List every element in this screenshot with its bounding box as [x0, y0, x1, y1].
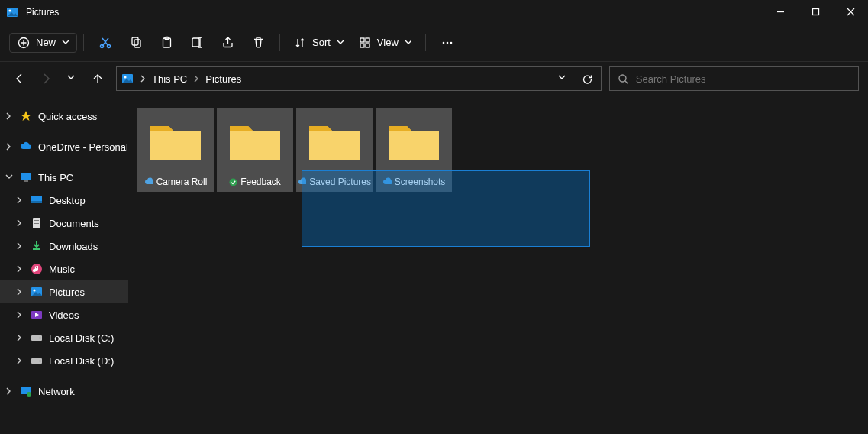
- folder-icon: [376, 108, 452, 173]
- cloud-status-icon: [144, 177, 153, 186]
- selection-marquee: [302, 170, 590, 247]
- music-icon: [31, 263, 43, 275]
- tree-music[interactable]: Music: [0, 257, 128, 280]
- svg-rect-27: [192, 38, 199, 47]
- toolbar-separator: [83, 34, 84, 51]
- copy-button[interactable]: [121, 31, 151, 53]
- chevron-right-icon: [15, 288, 24, 296]
- chevron-right-icon: [15, 196, 24, 204]
- svg-rect-19: [812, 9, 818, 15]
- new-button[interactable]: New: [9, 33, 77, 53]
- toolbar: New Sort View: [0, 24, 868, 62]
- rename-button[interactable]: [182, 31, 212, 53]
- breadcrumb-this-pc[interactable]: This PC: [152, 73, 187, 85]
- folder-item[interactable]: Camera Roll: [137, 108, 214, 192]
- tree-pictures[interactable]: Pictures: [0, 280, 128, 303]
- folder-label: Camera Roll: [137, 173, 214, 192]
- forward-button[interactable]: [35, 68, 56, 89]
- tree-videos[interactable]: Videos: [0, 303, 128, 326]
- pictures-icon: [31, 286, 43, 298]
- tree-documents[interactable]: Documents: [0, 212, 128, 235]
- svg-point-34: [450, 41, 453, 44]
- title-bar: Pictures: [0, 0, 868, 24]
- cut-icon: [98, 36, 112, 50]
- chevron-right-icon: [15, 242, 24, 250]
- synced-icon: [229, 178, 237, 186]
- tree-local-d[interactable]: Local Disk (D:): [0, 349, 128, 372]
- chevron-right-icon: [15, 357, 24, 364]
- cut-button[interactable]: [90, 31, 121, 54]
- svg-point-32: [443, 41, 445, 44]
- maximize-button[interactable]: [798, 0, 833, 24]
- chevron-right-icon: [5, 387, 14, 395]
- delete-icon: [252, 36, 265, 49]
- document-icon: [31, 217, 43, 229]
- tree-onedrive[interactable]: OneDrive - Personal: [0, 135, 128, 158]
- chevron-right-icon: [15, 265, 24, 273]
- up-button[interactable]: [87, 68, 108, 89]
- recent-button[interactable]: [61, 68, 82, 89]
- new-label: New: [36, 37, 56, 48]
- svg-point-35: [619, 75, 626, 82]
- star-icon: [20, 110, 32, 122]
- tree-quick-access[interactable]: Quick access: [0, 105, 128, 128]
- drive-icon: [31, 355, 43, 367]
- delete-button[interactable]: [243, 31, 273, 53]
- monitor-icon: [20, 171, 32, 183]
- tree-downloads[interactable]: Downloads: [0, 235, 128, 257]
- chevron-down-icon: [405, 39, 411, 46]
- search-icon: [618, 73, 628, 85]
- tree-local-c[interactable]: Local Disk (C:): [0, 326, 128, 349]
- folder-icon: [217, 108, 293, 173]
- chevron-right-icon: [193, 75, 199, 83]
- refresh-button[interactable]: [578, 73, 596, 85]
- navigation-tree: Quick access OneDrive - Personal This PC…: [0, 96, 128, 434]
- share-icon: [221, 36, 234, 49]
- content-area[interactable]: Camera RollFeedbackSaved PicturesScreens…: [128, 96, 868, 434]
- svg-point-33: [447, 41, 449, 44]
- chevron-down-icon: [62, 39, 69, 46]
- close-button[interactable]: [833, 0, 868, 24]
- location-icon: [121, 73, 134, 85]
- sort-label: Sort: [312, 37, 331, 48]
- chevron-right-icon: [15, 334, 24, 342]
- rename-icon: [191, 36, 204, 49]
- network-icon: [20, 385, 32, 397]
- plus-circle-icon: [18, 37, 30, 49]
- pictures-app-icon: [6, 6, 18, 18]
- address-dropdown-button[interactable]: [553, 74, 572, 83]
- share-button[interactable]: [212, 31, 243, 53]
- svg-point-22: [108, 44, 111, 47]
- paste-button[interactable]: [151, 31, 182, 53]
- chevron-right-icon: [15, 311, 24, 319]
- desktop-icon: [31, 194, 43, 206]
- address-row: This PC Pictures: [0, 62, 868, 96]
- breadcrumb-pictures[interactable]: Pictures: [205, 73, 241, 85]
- more-button[interactable]: [432, 32, 463, 53]
- folder-icon: [137, 108, 214, 173]
- sort-icon: [294, 37, 306, 49]
- tree-network[interactable]: Network: [0, 380, 128, 403]
- view-label: View: [377, 37, 399, 48]
- sort-button[interactable]: Sort: [286, 32, 351, 53]
- svg-rect-30: [360, 44, 364, 47]
- folder-item[interactable]: Feedback: [217, 108, 293, 192]
- chevron-right-icon: [140, 75, 146, 83]
- search-box[interactable]: [609, 66, 859, 91]
- svg-rect-28: [360, 38, 364, 42]
- back-button[interactable]: [9, 68, 31, 89]
- search-input[interactable]: [636, 73, 850, 85]
- cloud-icon: [20, 141, 32, 153]
- view-button[interactable]: View: [351, 32, 419, 53]
- more-icon: [440, 37, 454, 49]
- svg-rect-31: [366, 44, 369, 47]
- chevron-right-icon: [5, 143, 14, 151]
- minimize-button[interactable]: [763, 0, 798, 24]
- folder-label: Feedback: [217, 173, 293, 192]
- svg-point-21: [101, 44, 104, 47]
- tree-desktop[interactable]: Desktop: [0, 189, 128, 212]
- svg-rect-24: [134, 40, 140, 47]
- address-bar[interactable]: This PC Pictures: [116, 66, 602, 91]
- tree-this-pc[interactable]: This PC: [0, 166, 128, 189]
- folder-icon: [296, 108, 373, 173]
